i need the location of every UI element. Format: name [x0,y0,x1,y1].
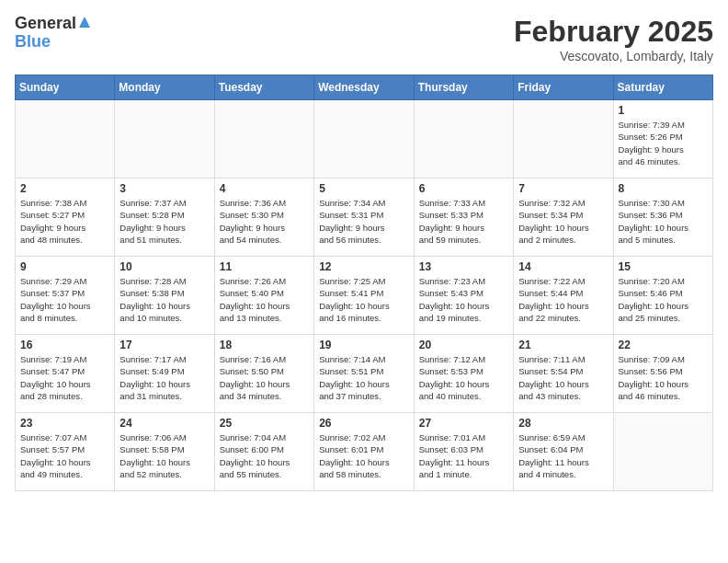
day-info: Sunrise: 7:30 AM Sunset: 5:36 PM Dayligh… [619,197,709,246]
calendar-cell [16,100,115,178]
day-info: Sunrise: 7:37 AM Sunset: 5:28 PM Dayligh… [119,197,209,246]
svg-marker-0 [79,17,90,28]
logo-blue: Blue [15,32,51,51]
calendar-cell: 19Sunrise: 7:14 AM Sunset: 5:51 PM Dayli… [314,335,415,413]
header-saturday: Saturday [613,75,713,100]
calendar-cell: 5Sunrise: 7:34 AM Sunset: 5:31 PM Daylig… [314,178,415,257]
day-number: 18 [220,339,309,351]
day-info: Sunrise: 7:20 AM Sunset: 5:46 PM Dayligh… [619,275,709,324]
header-wednesday: Wednesday [314,75,415,100]
day-number: 10 [119,260,209,273]
calendar-cell [613,413,713,491]
day-info: Sunrise: 7:14 AM Sunset: 5:51 PM Dayligh… [319,353,409,402]
day-info: Sunrise: 7:22 AM Sunset: 5:44 PM Dayligh… [518,275,608,324]
week-row-2: 2Sunrise: 7:38 AM Sunset: 5:27 PM Daylig… [16,178,713,257]
calendar-cell: 18Sunrise: 7:16 AM Sunset: 5:50 PM Dayli… [214,335,313,413]
day-info: Sunrise: 7:39 AM Sunset: 5:26 PM Dayligh… [619,119,709,167]
title-section: February 2025 Vescovato, Lombardy, Italy [514,15,713,63]
header-monday: Monday [115,75,214,100]
calendar-cell: 27Sunrise: 7:01 AM Sunset: 6:03 PM Dayli… [414,413,513,491]
calendar-body: 1Sunrise: 7:39 AM Sunset: 5:26 PM Daylig… [16,100,713,491]
calendar-cell [314,100,415,178]
calendar-cell: 2Sunrise: 7:38 AM Sunset: 5:27 PM Daylig… [16,178,115,257]
calendar-cell: 17Sunrise: 7:17 AM Sunset: 5:49 PM Dayli… [115,335,214,413]
calendar-cell: 26Sunrise: 7:02 AM Sunset: 6:01 PM Dayli… [314,413,415,491]
day-info: Sunrise: 7:29 AM Sunset: 5:37 PM Dayligh… [20,275,109,324]
day-number: 11 [220,260,309,273]
day-number: 17 [119,339,209,351]
day-number: 12 [319,260,409,273]
day-info: Sunrise: 7:28 AM Sunset: 5:38 PM Dayligh… [119,275,209,324]
calendar-cell: 15Sunrise: 7:20 AM Sunset: 5:46 PM Dayli… [613,257,713,335]
calendar-cell: 12Sunrise: 7:25 AM Sunset: 5:41 PM Dayli… [314,257,415,335]
calendar-header-row: Sunday Monday Tuesday Wednesday Thursday… [16,75,713,100]
month-year-title: February 2025 [514,15,713,49]
logo-arrow-icon [78,16,91,32]
calendar-cell: 21Sunrise: 7:11 AM Sunset: 5:54 PM Dayli… [514,335,613,413]
day-info: Sunrise: 7:33 AM Sunset: 5:33 PM Dayligh… [419,197,508,246]
day-number: 25 [220,417,309,430]
day-info: Sunrise: 7:38 AM Sunset: 5:27 PM Dayligh… [20,197,109,246]
day-info: Sunrise: 7:23 AM Sunset: 5:43 PM Dayligh… [419,275,508,324]
day-info: Sunrise: 7:36 AM Sunset: 5:30 PM Dayligh… [220,197,309,246]
day-info: Sunrise: 7:11 AM Sunset: 5:54 PM Dayligh… [518,353,608,402]
calendar-cell: 24Sunrise: 7:06 AM Sunset: 5:58 PM Dayli… [115,413,214,491]
calendar-cell: 4Sunrise: 7:36 AM Sunset: 5:30 PM Daylig… [214,178,313,257]
day-info: Sunrise: 7:25 AM Sunset: 5:41 PM Dayligh… [319,275,409,324]
calendar-cell: 23Sunrise: 7:07 AM Sunset: 5:57 PM Dayli… [16,413,115,491]
day-number: 24 [119,417,209,430]
calendar-cell [214,100,313,178]
page-header: General Blue February 2025 Vescovato, Lo… [15,15,713,63]
day-info: Sunrise: 7:06 AM Sunset: 5:58 PM Dayligh… [119,431,209,480]
day-number: 21 [518,339,608,351]
calendar-cell: 3Sunrise: 7:37 AM Sunset: 5:28 PM Daylig… [115,178,214,257]
day-number: 26 [319,417,409,430]
logo: General Blue [15,15,91,52]
day-info: Sunrise: 7:32 AM Sunset: 5:34 PM Dayligh… [518,197,608,246]
calendar-cell: 1Sunrise: 7:39 AM Sunset: 5:26 PM Daylig… [613,100,713,178]
calendar-cell: 7Sunrise: 7:32 AM Sunset: 5:34 PM Daylig… [514,178,613,257]
day-number: 7 [518,182,608,195]
day-number: 14 [518,260,608,273]
day-number: 16 [20,339,109,351]
day-info: Sunrise: 7:01 AM Sunset: 6:03 PM Dayligh… [419,431,508,480]
day-info: Sunrise: 7:16 AM Sunset: 5:50 PM Dayligh… [220,353,309,402]
calendar-cell: 14Sunrise: 7:22 AM Sunset: 5:44 PM Dayli… [514,257,613,335]
day-info: Sunrise: 7:07 AM Sunset: 5:57 PM Dayligh… [20,431,109,480]
day-number: 1 [619,104,709,117]
week-row-3: 9Sunrise: 7:29 AM Sunset: 5:37 PM Daylig… [16,257,713,335]
calendar-cell: 6Sunrise: 7:33 AM Sunset: 5:33 PM Daylig… [414,178,513,257]
day-number: 2 [20,182,109,195]
day-info: Sunrise: 7:19 AM Sunset: 5:47 PM Dayligh… [20,353,109,402]
calendar-cell [115,100,214,178]
header-thursday: Thursday [414,75,513,100]
calendar-cell: 11Sunrise: 7:26 AM Sunset: 5:40 PM Dayli… [214,257,313,335]
day-info: Sunrise: 7:02 AM Sunset: 6:01 PM Dayligh… [319,431,409,480]
calendar-cell [414,100,513,178]
day-info: Sunrise: 7:34 AM Sunset: 5:31 PM Dayligh… [319,197,409,246]
calendar-cell: 10Sunrise: 7:28 AM Sunset: 5:38 PM Dayli… [115,257,214,335]
day-number: 15 [619,260,709,273]
day-number: 8 [619,182,709,195]
day-info: Sunrise: 7:26 AM Sunset: 5:40 PM Dayligh… [220,275,309,324]
day-number: 22 [619,339,709,351]
header-tuesday: Tuesday [214,75,313,100]
day-number: 9 [20,260,109,273]
calendar-cell: 16Sunrise: 7:19 AM Sunset: 5:47 PM Dayli… [16,335,115,413]
calendar-cell [514,100,613,178]
day-info: Sunrise: 7:04 AM Sunset: 6:00 PM Dayligh… [220,431,309,480]
day-number: 20 [419,339,508,351]
calendar-cell: 22Sunrise: 7:09 AM Sunset: 5:56 PM Dayli… [613,335,713,413]
day-number: 6 [419,182,508,195]
calendar-cell: 25Sunrise: 7:04 AM Sunset: 6:00 PM Dayli… [214,413,313,491]
calendar-cell: 13Sunrise: 7:23 AM Sunset: 5:43 PM Dayli… [414,257,513,335]
day-number: 19 [319,339,409,351]
calendar-cell: 20Sunrise: 7:12 AM Sunset: 5:53 PM Dayli… [414,335,513,413]
day-info: Sunrise: 6:59 AM Sunset: 6:04 PM Dayligh… [518,431,608,480]
calendar-table: Sunday Monday Tuesday Wednesday Thursday… [15,75,713,491]
day-number: 4 [220,182,309,195]
calendar-cell: 8Sunrise: 7:30 AM Sunset: 5:36 PM Daylig… [613,178,713,257]
day-info: Sunrise: 7:12 AM Sunset: 5:53 PM Dayligh… [419,353,508,402]
week-row-5: 23Sunrise: 7:07 AM Sunset: 5:57 PM Dayli… [16,413,713,491]
calendar-cell: 9Sunrise: 7:29 AM Sunset: 5:37 PM Daylig… [16,257,115,335]
